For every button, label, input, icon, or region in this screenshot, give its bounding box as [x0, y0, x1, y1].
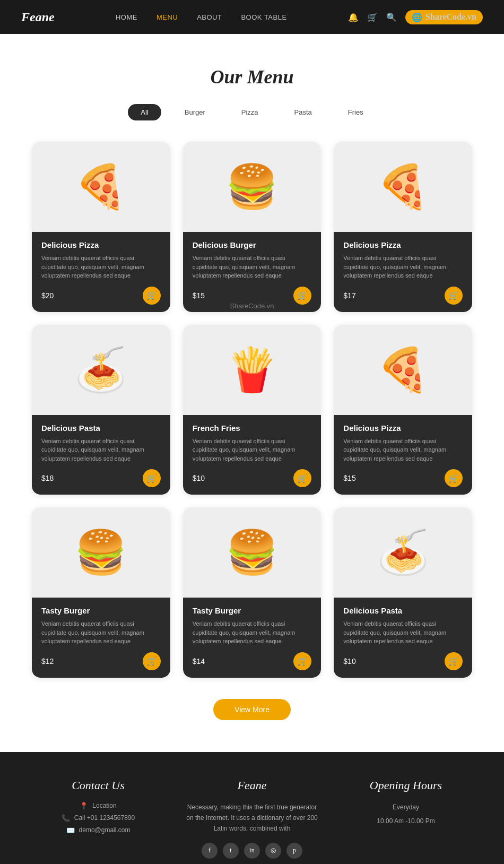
menu-card: 🍝 Delicious Pasta Veniam debitis quaerat…: [32, 325, 170, 495]
hours-time: 10.00 Am -10.00 Pm: [340, 816, 472, 826]
card-price: $15: [193, 291, 205, 300]
card-footer: $15 🛒: [193, 287, 312, 305]
card-title: Delicious Burger: [193, 240, 312, 249]
cart-icon[interactable]: 🛒: [367, 12, 378, 22]
contact-phone: 📞 Call +01 1234567890: [32, 814, 164, 822]
contact-location-text: Location: [92, 802, 116, 809]
card-footer: $12 🛒: [41, 652, 161, 670]
card-body: Delicious Pasta Veniam debitis quaerat o…: [32, 415, 170, 495]
bell-icon[interactable]: 🔔: [348, 12, 359, 22]
food-image: 🍕: [64, 150, 138, 224]
footer-brand: Feane Necessary, making this the first t…: [186, 779, 318, 859]
menu-card: 🍔 Tasty Burger Veniam debitis quaerat of…: [32, 507, 170, 678]
add-to-cart-button[interactable]: 🛒: [445, 287, 463, 305]
card-desc: Veniam debitis quaerat officiis quasi cu…: [41, 437, 161, 463]
food-image: 🍟: [215, 333, 289, 407]
card-price: $18: [41, 474, 54, 482]
contact-email-text: demo@gmail.com: [79, 826, 131, 834]
filter-pizza[interactable]: Pizza: [229, 104, 271, 120]
card-footer: $14 🛒: [193, 652, 312, 670]
social-linkedin[interactable]: in: [244, 843, 260, 859]
social-pinterest[interactable]: p: [286, 843, 302, 859]
nav-links: HOME MENU ABOUT BOOK TABLE: [116, 12, 287, 22]
contact-location: 📍 Location: [32, 802, 164, 810]
footer-contact: Contact Us 📍 Location 📞 Call +01 1234567…: [32, 779, 164, 859]
menu-card: 🍔 Delicious Burger Veniam debitis quaera…: [183, 142, 321, 312]
nav-home[interactable]: HOME: [116, 13, 137, 21]
view-more-button[interactable]: View More: [213, 699, 291, 720]
food-image: 🍕: [366, 150, 440, 224]
card-footer: $10 🛒: [193, 469, 312, 487]
card-image-area: 🍟: [183, 325, 321, 415]
card-body: Delicious Pasta Veniam debitis quaerat o…: [334, 598, 472, 678]
card-image-area: 🍔: [183, 507, 321, 598]
add-to-cart-button[interactable]: 🛒: [143, 287, 161, 305]
menu-title: Our Menu: [32, 66, 472, 88]
hours-title: Opening Hours: [340, 779, 472, 792]
menu-grid: 🍕 Delicious Pizza Veniam debitis quaerat…: [32, 142, 472, 678]
card-image-area: 🍕: [32, 142, 170, 232]
card-price: $15: [343, 474, 355, 482]
card-body: Tasty Burger Veniam debitis quaerat offi…: [183, 598, 321, 678]
card-title: Tasty Burger: [41, 606, 161, 615]
card-image-area: 🍕: [334, 142, 472, 232]
card-title: French Fries: [193, 424, 312, 433]
add-to-cart-button[interactable]: 🛒: [293, 287, 311, 305]
menu-card: 🍕 Delicious Pizza Veniam debitis quaerat…: [334, 142, 472, 312]
filter-pasta[interactable]: Pasta: [282, 104, 325, 120]
contact-title: Contact Us: [32, 779, 164, 792]
menu-section-wrapper: Our Menu All Burger Pizza Pasta Fries 🍕 …: [0, 34, 504, 752]
filter-burger[interactable]: Burger: [172, 104, 218, 120]
search-icon[interactable]: 🔍: [386, 12, 397, 22]
add-to-cart-button[interactable]: 🛒: [293, 652, 311, 670]
phone-icon: 📞: [62, 814, 70, 822]
card-image-area: 🍝: [334, 507, 472, 598]
add-to-cart-button[interactable]: 🛒: [143, 469, 161, 487]
view-more-wrap: View More: [32, 699, 472, 720]
social-facebook[interactable]: f: [202, 843, 218, 859]
card-price: $20: [41, 291, 54, 300]
card-title: Delicious Pizza: [343, 424, 463, 433]
add-to-cart-button[interactable]: 🛒: [143, 652, 161, 670]
nav-book-table[interactable]: BOOK TABLE: [241, 13, 286, 21]
menu-card: 🍕 Delicious Pizza Veniam debitis quaerat…: [32, 142, 170, 312]
email-icon: ✉️: [66, 826, 75, 834]
card-desc: Veniam debitis quaerat officiis quasi cu…: [193, 437, 312, 463]
card-title: Tasty Burger: [193, 606, 312, 615]
card-image-area: 🍔: [183, 142, 321, 232]
filter-all[interactable]: All: [128, 104, 161, 120]
card-body: Delicious Pizza Veniam debitis quaerat o…: [334, 232, 472, 312]
filter-fries[interactable]: Fries: [335, 104, 376, 120]
sharecode-logo: 🌐: [412, 12, 422, 22]
menu-section: Our Menu All Burger Pizza Pasta Fries 🍕 …: [0, 34, 504, 752]
footer-hours: Opening Hours Everyday 10.00 Am -10.00 P…: [340, 779, 472, 859]
nav-about[interactable]: ABOUT: [197, 13, 222, 21]
food-image: 🍔: [64, 515, 138, 590]
card-body: Delicious Pizza Veniam debitis quaerat o…: [32, 232, 170, 312]
card-image-area: 🍕: [334, 325, 472, 415]
menu-card: 🍔 Tasty Burger Veniam debitis quaerat of…: [183, 507, 321, 678]
menu-card: 🍟 French Fries Veniam debitis quaerat of…: [183, 325, 321, 495]
food-image: 🍔: [215, 515, 289, 590]
add-to-cart-button[interactable]: 🛒: [445, 469, 463, 487]
social-twitter[interactable]: t: [223, 843, 239, 859]
card-desc: Veniam debitis quaerat officiis quasi cu…: [343, 619, 463, 646]
card-footer: $20 🛒: [41, 287, 161, 305]
brand-logo[interactable]: Feane: [21, 10, 55, 24]
card-title: Delicious Pasta: [41, 424, 161, 433]
footer-social: f t in ◎ p: [186, 843, 318, 859]
menu-card: 🍝 Delicious Pasta Veniam debitis quaerat…: [334, 507, 472, 678]
nav-menu[interactable]: MENU: [157, 13, 178, 21]
card-desc: Veniam debitis quaerat officiis quasi cu…: [193, 619, 312, 646]
footer: Contact Us 📍 Location 📞 Call +01 1234567…: [0, 752, 504, 865]
card-footer: $17 🛒: [343, 287, 463, 305]
card-title: Delicious Pizza: [41, 240, 161, 249]
social-instagram[interactable]: ◎: [265, 843, 281, 859]
footer-grid: Contact Us 📍 Location 📞 Call +01 1234567…: [32, 779, 472, 859]
card-price: $17: [343, 291, 355, 300]
add-to-cart-button[interactable]: 🛒: [293, 469, 311, 487]
card-desc: Veniam debitis quaerat officiis quasi cu…: [41, 619, 161, 646]
sharecode-badge: 🌐 ShareCode.vn: [405, 10, 483, 24]
add-to-cart-button[interactable]: 🛒: [445, 652, 463, 670]
card-title: Delicious Pasta: [343, 606, 463, 615]
